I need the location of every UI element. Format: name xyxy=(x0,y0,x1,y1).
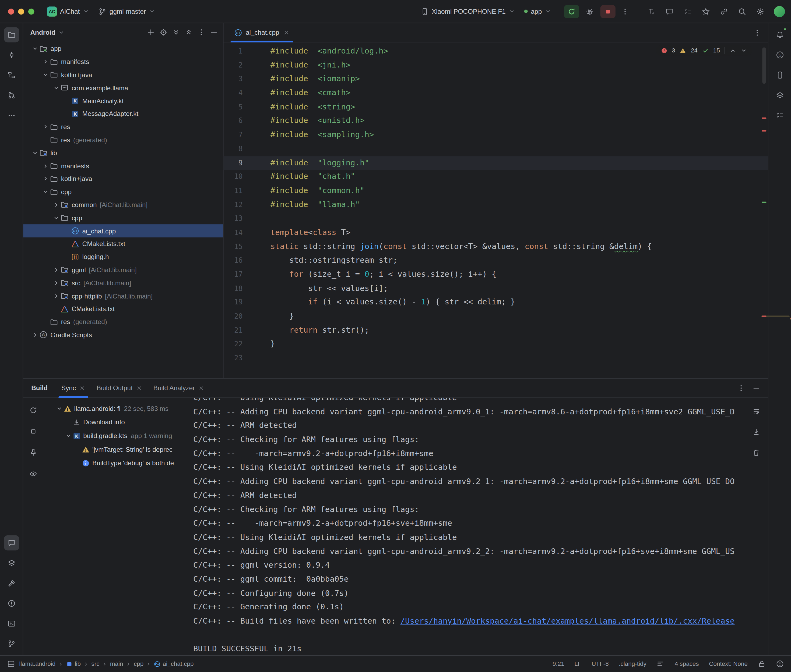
line-number[interactable]: 4 xyxy=(223,86,242,100)
breadcrumb-cpp[interactable]: cpp xyxy=(134,661,143,667)
next-problem-button[interactable] xyxy=(741,47,747,53)
more-run-actions-button[interactable] xyxy=(618,5,632,18)
editor-scrollbar-thumb[interactable] xyxy=(762,47,766,84)
error-stripe[interactable] xyxy=(761,42,768,378)
breadcrumb-src[interactable]: src xyxy=(91,661,99,667)
tree-chevron-icon[interactable] xyxy=(42,189,49,195)
debug-button[interactable] xyxy=(582,5,597,18)
build-tree-item-llama-android-fi[interactable]: llama.android: fi22 sec, 583 ms xyxy=(43,402,189,416)
tree-item-ggml[interactable]: ggml[AiChat.lib.main] xyxy=(23,264,223,277)
maximize-window-button[interactable] xyxy=(28,8,34,14)
terminal-button[interactable] xyxy=(4,616,19,631)
project-widget[interactable]: AC AiChat xyxy=(43,4,93,18)
tree-item-gradle-scripts[interactable]: GGradle Scripts xyxy=(23,328,223,341)
lock-icon[interactable] xyxy=(757,660,766,668)
tree-item-cpp-httplib[interactable]: cpp-httplib[AiChat.lib.main] xyxy=(23,290,223,302)
line-number[interactable]: 11 xyxy=(223,184,242,198)
build-console[interactable]: C/C++: -- Using KleidiAI optimized kerne… xyxy=(189,398,768,655)
file-encoding[interactable]: UTF-8 xyxy=(592,661,609,667)
expand-all-button[interactable] xyxy=(170,26,182,38)
line-separator[interactable]: LF xyxy=(574,661,581,667)
tree-item-res[interactable]: res xyxy=(23,120,223,133)
tree-chevron-icon[interactable] xyxy=(53,202,59,208)
breadcrumb-llama-android[interactable]: llama.android xyxy=(19,661,55,667)
close-window-button[interactable] xyxy=(8,8,14,14)
caret-position[interactable]: 9:21 xyxy=(552,661,565,667)
tree-item-cmakelists-txt[interactable]: CMakeLists.txt xyxy=(23,302,223,315)
vcs-branch-widget[interactable]: ggml-master xyxy=(95,5,159,18)
build-tab-sync[interactable]: Sync xyxy=(56,379,91,397)
tree-item-common[interactable]: common[AiChat.lib.main] xyxy=(23,198,223,211)
locate-file-button[interactable] xyxy=(157,26,170,38)
resource-manager-button[interactable] xyxy=(4,555,19,571)
collapse-all-button[interactable] xyxy=(183,26,195,38)
tree-chevron-icon[interactable] xyxy=(53,214,59,221)
run-configuration-selector[interactable]: app xyxy=(521,6,555,17)
build-tab-build-analyzer[interactable]: Build Analyzer xyxy=(148,379,210,397)
tree-chevron-icon[interactable] xyxy=(42,163,49,169)
tree-item-kotlin-java[interactable]: kotlin+java xyxy=(23,172,223,185)
user-avatar[interactable] xyxy=(774,6,785,17)
tree-chevron-icon[interactable] xyxy=(32,149,38,156)
editor-options-button[interactable] xyxy=(751,26,764,39)
tree-item-com-example-llama[interactable]: com.example.llama xyxy=(23,82,223,94)
inspections-widget[interactable]: 3 24 15 xyxy=(656,45,752,55)
line-number[interactable]: 3 xyxy=(223,72,242,86)
line-number[interactable]: 6 xyxy=(223,114,242,128)
clear-all-button[interactable] xyxy=(750,446,763,459)
tree-chevron-icon[interactable] xyxy=(53,280,59,286)
rerun-button[interactable] xyxy=(564,5,579,18)
tree-item-app[interactable]: app xyxy=(23,42,223,55)
gradle-button[interactable]: G xyxy=(772,47,787,62)
tree-item-kotlin-java[interactable]: kotlin+java xyxy=(23,68,223,81)
project-view-title[interactable]: Android xyxy=(30,29,55,36)
settings-button[interactable] xyxy=(754,5,767,18)
settings-sync-button[interactable] xyxy=(717,5,731,18)
tree-item-cpp[interactable]: cpp xyxy=(23,211,223,224)
device-manager-button[interactable] xyxy=(772,67,787,83)
tree-item-messageadapter-kt[interactable]: KMessageAdapter.kt xyxy=(23,107,223,120)
tree-chevron-icon[interactable] xyxy=(32,331,38,338)
line-number[interactable]: 14 xyxy=(223,226,242,240)
line-number[interactable]: 15 xyxy=(223,240,242,254)
pull-requests-button[interactable] xyxy=(4,88,19,103)
toolwindow-toggle-icon[interactable] xyxy=(7,660,15,668)
line-number[interactable]: 17 xyxy=(223,267,242,282)
line-number[interactable]: 10 xyxy=(223,170,242,184)
tree-item-ai-chat-cpp[interactable]: C+ai_chat.cpp xyxy=(23,224,223,237)
tree-item-src[interactable]: src[AiChat.lib.main] xyxy=(23,277,223,290)
close-tab-icon[interactable] xyxy=(79,385,85,391)
commit-button[interactable] xyxy=(4,47,19,62)
tree-item-cmakelists-txt[interactable]: CMakeLists.txt xyxy=(23,237,223,250)
tree-chevron-icon[interactable] xyxy=(53,267,59,273)
scroll-to-end-button[interactable] xyxy=(750,426,763,438)
add-button[interactable] xyxy=(145,26,157,38)
build-toolwindow-title[interactable]: Build xyxy=(23,384,56,392)
line-number[interactable]: 22 xyxy=(223,338,242,352)
ai-chat-button[interactable] xyxy=(663,5,676,18)
line-number[interactable]: 16 xyxy=(223,254,242,267)
tree-item-lib[interactable]: lib xyxy=(23,146,223,159)
line-number[interactable]: 20 xyxy=(223,309,242,323)
build-tree-item-download-info[interactable]: Download info xyxy=(43,416,189,429)
running-devices-button[interactable] xyxy=(772,88,787,103)
rerun-sync-button[interactable] xyxy=(27,404,40,417)
minimize-window-button[interactable] xyxy=(18,8,24,14)
build-options-button[interactable] xyxy=(735,381,748,395)
close-tab-icon[interactable] xyxy=(198,385,204,391)
tree-chevron-icon[interactable] xyxy=(42,72,49,78)
line-number[interactable]: 13 xyxy=(223,212,242,226)
device-selector[interactable]: Xiaomi POCOPHONE F1 xyxy=(417,5,519,18)
line-number[interactable]: 21 xyxy=(223,323,242,338)
pin-tab-button[interactable] xyxy=(27,446,40,459)
todo-list-button[interactable] xyxy=(681,5,695,18)
tree-chevron-icon[interactable] xyxy=(42,176,49,182)
structure-button[interactable] xyxy=(4,67,19,83)
tree-item-manifests[interactable]: manifests xyxy=(23,160,223,172)
project-button[interactable] xyxy=(4,27,19,42)
more-tools-button[interactable] xyxy=(4,108,19,123)
line-number[interactable]: 2 xyxy=(223,58,242,72)
line-number[interactable]: 7 xyxy=(223,128,242,142)
line-number[interactable]: 12 xyxy=(223,198,242,212)
build-tree-item-buildtype-debug-is-both-de[interactable]: BuildType 'debug' is both de xyxy=(43,456,189,470)
